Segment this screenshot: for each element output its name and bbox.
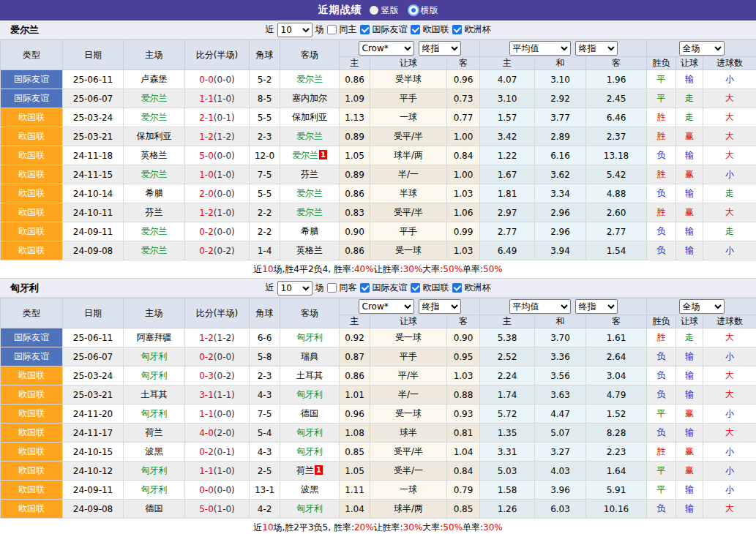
- league-filter-label: 欧国联: [423, 23, 449, 36]
- full-time-score: 1-1: [199, 94, 214, 104]
- match-date: 25-03-21: [63, 386, 124, 405]
- away-team-name: 匈牙利: [296, 427, 323, 437]
- bookmaker-select[interactable]: Crow*: [359, 41, 414, 56]
- match-date: 24-10-15: [63, 443, 124, 462]
- final-index-select[interactable]: 终指: [575, 299, 618, 314]
- odds-home: 0.90: [340, 222, 370, 241]
- result-handicap: 赢: [676, 165, 703, 184]
- radio-vertical-layout[interactable]: 竖版: [370, 4, 399, 17]
- half-time-score: (0-0): [214, 75, 235, 85]
- corner-score: 13-1: [250, 481, 280, 500]
- league-badge: 欧国联: [1, 184, 63, 203]
- away-team-name: 塞内加尔: [292, 93, 327, 103]
- radio-unselected-icon[interactable]: [370, 6, 378, 15]
- average-select[interactable]: 平均值: [509, 41, 571, 56]
- avg-draw-odds: 3.10: [535, 70, 586, 89]
- league-filter-checkbox[interactable]: [360, 283, 370, 293]
- match-score: 1-1(0-0): [185, 405, 250, 424]
- match-row: 欧国联24-09-08德国5-0(1-0)4-2匈牙利1.04球半/两0.851…: [1, 500, 756, 519]
- radio-selected-icon[interactable]: [409, 6, 418, 15]
- avg-away-odds: 1.52: [586, 405, 647, 424]
- handicap-line: 受一球: [370, 405, 447, 424]
- half-time-score: (0-0): [214, 189, 235, 199]
- away-team: 芬兰: [280, 165, 340, 184]
- avg-away-odds: 2.64: [586, 347, 647, 366]
- away-team: 希腊: [280, 222, 340, 241]
- result-win-loss: 负: [647, 222, 676, 241]
- corner-score: 2-2: [250, 203, 280, 222]
- corner-score: 1-4: [250, 241, 280, 260]
- home-team-name: 德国: [146, 503, 163, 514]
- league-badge: 欧国联: [1, 424, 63, 443]
- away-team: 爱尔兰: [280, 203, 340, 222]
- half-time-score: (0-0): [214, 409, 235, 419]
- match-date: 25-06-11: [63, 328, 124, 347]
- handicap-line: 平手: [370, 222, 447, 241]
- sub-column-header: 主: [480, 57, 535, 70]
- home-team-name: 匈牙利: [141, 408, 168, 418]
- bookmaker-select[interactable]: Crow*: [359, 299, 414, 314]
- header-row-selects: 类型日期主场比分(半场)角球客场Crow*终指平均值终指全场: [1, 40, 756, 57]
- league-badge: 欧国联: [1, 241, 63, 260]
- games-label: 场: [315, 23, 324, 36]
- column-header: 角球: [250, 40, 280, 70]
- column-header: 类型: [1, 298, 63, 328]
- sub-column-header: 进球数: [703, 57, 756, 70]
- result-goals: 走: [703, 222, 756, 241]
- match-date: 24-11-20: [63, 405, 124, 424]
- league-filter-checkbox[interactable]: [411, 25, 420, 34]
- full-match-select[interactable]: 全场: [679, 299, 725, 314]
- handicap-line: 半/一: [370, 165, 447, 184]
- match-score: 1-1(1-0): [185, 89, 250, 108]
- final-index-select[interactable]: 终指: [575, 41, 618, 56]
- summary-part: 30%: [403, 522, 423, 533]
- full-match-select[interactable]: 全场: [679, 41, 725, 56]
- column-header: 日期: [63, 40, 124, 70]
- league-badge: 欧国联: [1, 108, 63, 127]
- result-handicap: 输: [676, 222, 703, 241]
- final-index-select[interactable]: 终指: [419, 41, 461, 56]
- match-score: 0-2(0-0): [185, 347, 250, 366]
- handicap-line: 球半/两: [370, 500, 447, 519]
- same-side-checkbox[interactable]: [327, 25, 337, 34]
- away-team-name: 瑞典: [301, 351, 318, 361]
- avg-draw-odds: 2.92: [535, 89, 586, 108]
- odds-away: 0.79: [447, 481, 480, 500]
- league-filter-checkbox[interactable]: [360, 25, 370, 34]
- half-time-score: (0-0): [214, 151, 235, 161]
- home-team-name: 英格兰: [141, 150, 168, 160]
- avg-away-odds: 13.18: [586, 146, 647, 165]
- match-row: 国际友谊25-06-11阿塞拜疆1-2(1-2)6-6匈牙利0.92受一球0.9…: [1, 328, 756, 347]
- league-filter-checkbox[interactable]: [452, 283, 462, 293]
- average-select-group: 平均值终指: [480, 298, 647, 315]
- fullmatch-select-group: 全场: [647, 40, 756, 57]
- league-badge: 欧国联: [1, 443, 63, 462]
- recent-count-select[interactable]: 10: [277, 23, 312, 37]
- league-filter-checkbox[interactable]: [452, 25, 462, 34]
- away-team: 德国: [280, 405, 340, 424]
- match-row: 欧国联24-09-08爱尔兰0-2(0-2)1-4英格兰0.86受一球1.036…: [1, 241, 756, 260]
- full-time-score: 0-0: [199, 75, 214, 85]
- avg-home-odds: 1.35: [480, 424, 535, 443]
- full-time-score: 5-0: [199, 151, 214, 161]
- odds-home: 0.83: [340, 203, 370, 222]
- league-badge: 欧国联: [1, 203, 63, 222]
- result-handicap: 输: [676, 366, 703, 386]
- league-filter-label: 国际友谊: [373, 23, 408, 36]
- avg-home-odds: 1.26: [480, 500, 535, 519]
- same-side-checkbox[interactable]: [327, 283, 337, 293]
- radio-horizontal-layout[interactable]: 横版: [409, 4, 438, 17]
- full-time-score: 0-2: [199, 352, 214, 362]
- final-index-select[interactable]: 终指: [419, 299, 461, 314]
- avg-draw-odds: 3.62: [535, 165, 586, 184]
- home-team-name: 希腊: [146, 188, 163, 198]
- odds-away: 0.84: [447, 462, 480, 481]
- result-win-loss: 负: [647, 386, 676, 405]
- league-filter-checkbox[interactable]: [411, 283, 420, 293]
- recent-count-select[interactable]: 10: [277, 281, 312, 296]
- odds-away: 0.99: [447, 222, 480, 241]
- sections: 爱尔兰近10场同主国际友谊欧国联欧洲杯类型日期主场比分(半场)角球客场Crow*…: [0, 20, 756, 534]
- average-select[interactable]: 平均值: [509, 299, 571, 314]
- home-team-name: 爱尔兰: [141, 112, 168, 122]
- column-header: 主场: [124, 40, 185, 70]
